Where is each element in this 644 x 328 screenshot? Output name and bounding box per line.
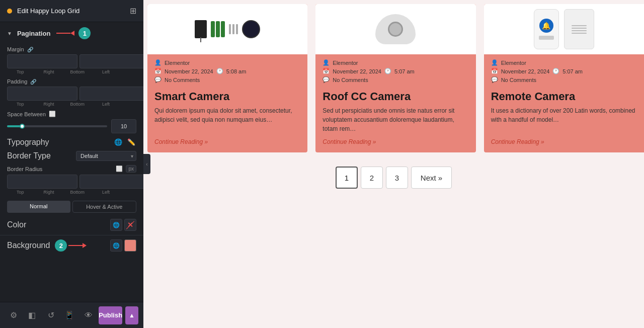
speaker-box	[564, 9, 594, 49]
divider	[0, 235, 143, 235]
padding-top-label: Top	[7, 102, 34, 107]
space-between-slider-thumb[interactable]	[20, 124, 25, 129]
arrow-left-line	[56, 33, 70, 34]
border-radius-right-label: Right	[36, 190, 62, 195]
state-tab-hover-active[interactable]: Hover & Active	[72, 201, 137, 213]
footer-history-icon[interactable]: ↺	[42, 306, 59, 324]
card-read-more-3[interactable]: Continue Reading »	[484, 133, 644, 152]
time-icon-3: 🕐	[552, 68, 559, 74]
typography-label: Typography	[7, 138, 49, 147]
color-label: Color	[7, 220, 26, 229]
state-tab-normal[interactable]: Normal	[7, 201, 70, 213]
card-date-3: November 22, 2024	[501, 68, 550, 74]
time-icon-1: 🕐	[216, 68, 223, 74]
card-date-1: November 22, 2024	[165, 68, 213, 74]
card-category-1: Elementor	[165, 60, 190, 66]
padding-top-input[interactable]	[7, 87, 77, 101]
color-clear-icon[interactable]: ✕	[124, 219, 136, 231]
margin-top-label: Top	[7, 69, 34, 74]
left-panel: Edit Happy Loop Grid ⊞ ▼ Pagination 1 Ma…	[0, 0, 143, 328]
card-excerpt-2: Sed ut perspiciatis unde omnis iste natu…	[315, 106, 475, 133]
cards-container: 👤 Elementor 📅 November 22, 2024 🕐 5:08 a…	[143, 0, 644, 156]
border-radius-row: Border Radius ⬜ px 🔗 Top Right Bottom Le…	[0, 163, 143, 197]
category-icon-2: 👤	[323, 59, 330, 66]
footer-settings-icon[interactable]: ⚙	[5, 306, 22, 324]
space-between-slider-track[interactable]	[7, 125, 107, 127]
next-page-btn[interactable]: Next »	[411, 167, 452, 189]
background-global-icon[interactable]: 🌐	[110, 239, 122, 252]
border-radius-unit[interactable]: px	[126, 165, 136, 173]
card-title-3: Remote Camera	[484, 86, 644, 106]
speaker-grille	[572, 25, 587, 34]
padding-label: Padding	[7, 78, 27, 85]
comments-icon-3: 💬	[491, 76, 498, 83]
space-between-icon: ⬜	[49, 111, 56, 117]
publish-chevron-button[interactable]: ▲	[125, 306, 138, 324]
typography-edit-icon[interactable]: ✏️	[126, 137, 136, 147]
margin-right-input[interactable]	[79, 54, 143, 68]
card-smart-camera: 👤 Elementor 📅 November 22, 2024 🕐 5:08 a…	[147, 4, 307, 152]
comments-icon-1: 💬	[154, 76, 162, 83]
category-icon-1: 👤	[154, 59, 162, 66]
margin-top-input[interactable]	[7, 54, 77, 68]
background-label: Background	[7, 241, 50, 250]
page-btn-1[interactable]: 1	[336, 167, 358, 189]
border-type-select[interactable]: Default None Solid Dashed Dotted	[76, 151, 136, 161]
page-btn-3[interactable]: 3	[386, 167, 408, 189]
margin-right-label: Right	[36, 69, 62, 74]
padding-link-icon: 🔗	[30, 79, 36, 85]
space-between-label: Space Between	[7, 111, 46, 117]
card-excerpt-3: It uses a dictionary of over 200 Latin w…	[484, 106, 644, 133]
padding-bottom-label: Bottom	[64, 102, 91, 107]
border-radius-bottom-label: Bottom	[64, 190, 91, 195]
card-time-2: 5:07 am	[394, 68, 415, 74]
border-radius-right-input[interactable]	[79, 175, 143, 189]
margin-bottom-label: Bottom	[64, 69, 91, 74]
margin-row: Margin 🔗 🔗 Top Right Bottom Left	[0, 44, 143, 76]
border-radius-label-text: Border Radius	[7, 166, 42, 172]
batteries-icon	[211, 21, 225, 37]
typography-global-icon[interactable]: 🌐	[113, 137, 123, 147]
space-between-row: Space Between ⬜	[0, 109, 143, 135]
border-radius-icon: ⬜	[116, 166, 123, 172]
footer-responsive-icon[interactable]: 📱	[61, 306, 78, 324]
category-icon-3: 👤	[491, 59, 498, 66]
grid-icon[interactable]: ⊞	[130, 6, 136, 16]
background-row: Background 2 🌐	[0, 237, 143, 254]
card-time-3: 5:07 am	[562, 68, 583, 74]
arrow-left-tip	[70, 31, 74, 36]
panel-title: Edit Happy Loop Grid	[17, 7, 79, 15]
pagination-label: Pagination	[17, 30, 50, 37]
padding-right-label: Right	[36, 102, 62, 107]
collapse-panel-btn[interactable]: ‹	[143, 154, 150, 174]
color-row: Color 🌐 ✕	[0, 217, 143, 233]
traffic-lights	[7, 9, 12, 14]
card-read-more-1[interactable]: Continue Reading »	[147, 133, 307, 152]
page-btn-2[interactable]: 2	[361, 167, 383, 189]
card-title-1: Smart Camera	[147, 86, 307, 106]
border-radius-top-input[interactable]	[7, 175, 77, 189]
pagination-area: 1 2 3 Next »	[143, 156, 644, 204]
padding-row: Padding 🔗 🔗 Top Right Bottom Left	[0, 76, 143, 109]
space-between-value-input[interactable]	[111, 119, 136, 133]
time-icon-2: 🕐	[384, 68, 391, 74]
background-color-swatch[interactable]	[124, 239, 136, 252]
color-global-icon[interactable]: 🌐	[110, 219, 122, 231]
panel-footer: ⚙ ◧ ↺ 📱 👁 Publish ▲	[0, 302, 143, 328]
card-read-more-2[interactable]: Continue Reading »	[315, 133, 475, 152]
margin-link-icon: 🔗	[27, 47, 33, 52]
card-meta-3: 👤 Elementor 📅 November 22, 2024 🕐 5:07 a…	[484, 54, 644, 86]
footer-layers-icon[interactable]: ◧	[24, 306, 40, 324]
padding-right-input[interactable]	[79, 87, 143, 101]
typography-row: Typography 🌐 ✏️	[0, 135, 143, 149]
right-content: 👤 Elementor 📅 November 22, 2024 🕐 5:08 a…	[143, 0, 644, 328]
date-icon-2: 📅	[323, 68, 330, 74]
card-title-2: Roof CC Camera	[315, 86, 475, 106]
card-time-1: 5:08 am	[226, 68, 247, 74]
publish-button[interactable]: Publish	[99, 306, 122, 324]
card-date-2: November 22, 2024	[333, 68, 381, 74]
card-category-3: Elementor	[501, 60, 526, 66]
footer-preview-icon[interactable]: 👁	[80, 306, 97, 324]
date-icon-1: 📅	[154, 68, 162, 74]
pagination-section-header[interactable]: ▼ Pagination 1	[0, 22, 143, 44]
